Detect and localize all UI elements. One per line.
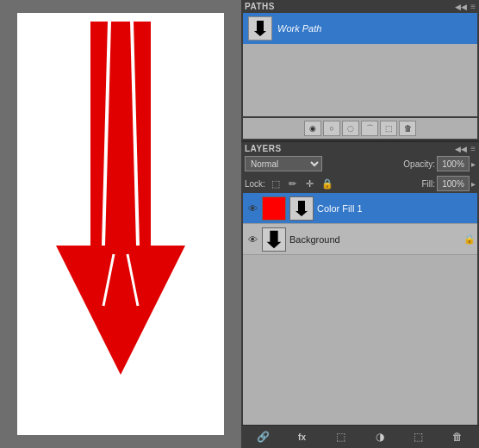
new-layer-btn[interactable]: ⬚ (409, 428, 428, 445)
layer-thumb-red-fill (263, 197, 285, 220)
lock-fill-row: Lock: ⬚ ✏ ✛ 🔒 Fill: ▸ (241, 174, 479, 193)
lock-all-btn[interactable]: 🔒 (320, 177, 334, 190)
layers-panel-title: LAYERS (245, 144, 282, 153)
opacity-arrow[interactable]: ▸ (471, 159, 476, 169)
path-thumbnail (248, 16, 272, 40)
new-fill-btn[interactable]: ◑ (370, 428, 389, 445)
paths-panel-header-row: PATHS ◀◀ ≡ (241, 0, 479, 11)
canvas-area (0, 0, 241, 448)
work-path-label: Work Path (277, 23, 321, 34)
fill-path-btn[interactable]: ◉ (304, 121, 321, 136)
layers-blend-row: Normal Dissolve Multiply Screen Overlay … (241, 153, 479, 174)
background-lock-icon: 🔒 (463, 233, 474, 246)
canvas-document (17, 13, 224, 435)
layer-item-color-fill[interactable]: 👁 Color Fill 1 (243, 193, 477, 224)
layer-label-background: Background (289, 234, 460, 245)
layers-collapse-icon[interactable]: ◀◀ (455, 145, 467, 153)
fill-input[interactable] (437, 176, 470, 191)
layer-eye-background[interactable]: 👁 (246, 233, 258, 246)
layer-fx-btn[interactable]: fx (293, 428, 312, 445)
make-path-btn[interactable]: ⌒ (361, 121, 378, 136)
lock-label: Lock: (245, 179, 265, 189)
layer-eye-color-fill[interactable]: 👁 (246, 202, 258, 215)
paths-list: Work Path (243, 13, 477, 116)
delete-path-btn[interactable]: 🗑 (399, 121, 416, 136)
new-path-btn[interactable]: ⬚ (380, 121, 397, 136)
lock-checkerboard-btn[interactable]: ⬚ (269, 177, 283, 190)
layers-menu-btn[interactable]: ≡ (470, 144, 476, 153)
paths-menu-btn[interactable]: ≡ (470, 2, 476, 11)
layer-thumb-background (262, 227, 286, 252)
layer-item-background[interactable]: 👁 Background 🔒 (243, 224, 477, 255)
delete-layer-btn[interactable]: 🗑 (448, 428, 467, 445)
opacity-control: Opacity: ▸ (403, 156, 476, 171)
blend-mode-select[interactable]: Normal Dissolve Multiply Screen Overlay (245, 156, 322, 171)
paths-collapse-icon[interactable]: ◀◀ (455, 3, 467, 11)
paths-panel: PATHS ◀◀ ≡ Work Path ◉ ○ ◌ ⌒ ⬚ (241, 0, 479, 142)
stroke-path-btn[interactable]: ○ (323, 121, 340, 136)
fill-control: Fill: ▸ (421, 176, 476, 191)
fill-label: Fill: (421, 179, 435, 189)
add-mask-btn[interactable]: ⬚ (332, 428, 351, 445)
lock-brush-btn[interactable]: ✏ (286, 177, 300, 190)
layer-label-color-fill: Color Fill 1 (317, 203, 474, 214)
layer-thumb-color-fill (262, 196, 286, 221)
paths-panel-title: PATHS (245, 2, 275, 11)
fill-arrow[interactable]: ▸ (471, 179, 476, 189)
layer-thumb-path-icon (289, 196, 314, 221)
layers-toolbar: 🔗 fx ⬚ ◑ ⬚ 🗑 (241, 425, 479, 448)
work-path-item[interactable]: Work Path (243, 13, 477, 44)
paths-toolbar: ◉ ○ ◌ ⌒ ⬚ 🗑 (243, 118, 477, 139)
load-path-btn[interactable]: ◌ (342, 121, 359, 136)
link-layers-btn[interactable]: 🔗 (254, 428, 273, 445)
layers-panel-header-row: LAYERS ◀◀ ≡ (241, 142, 479, 153)
opacity-label: Opacity: (403, 159, 435, 169)
layers-panel: LAYERS ◀◀ ≡ Normal Dissolve Multiply Scr… (241, 142, 479, 448)
opacity-input[interactable] (437, 156, 470, 171)
canvas-svg (17, 13, 224, 435)
lock-position-btn[interactable]: ✛ (303, 177, 317, 190)
layers-list: 👁 Color Fill 1 👁 (243, 193, 477, 425)
panels-area: PATHS ◀◀ ≡ Work Path ◉ ○ ◌ ⌒ ⬚ (241, 0, 479, 448)
